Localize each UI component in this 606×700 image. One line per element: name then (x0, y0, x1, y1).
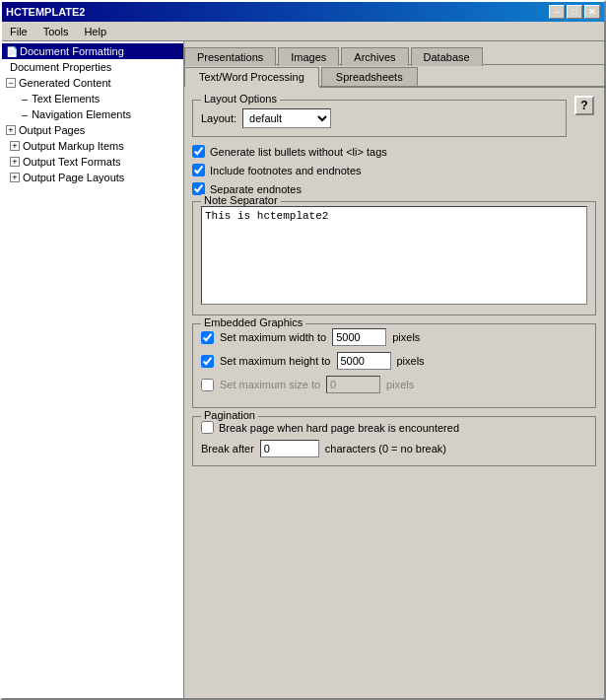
max-width-input[interactable] (332, 328, 386, 346)
max-size-input[interactable] (326, 376, 380, 393)
expand-output-text[interactable]: + (10, 157, 20, 167)
note-separator-group: Note Separator (192, 201, 596, 315)
layout-label: Layout: (201, 112, 236, 124)
main-window: HCTEMPLATE2 ─ □ ✕ File Tools Help 📄 Docu… (0, 0, 606, 700)
expand-generated-content[interactable]: − (6, 78, 16, 88)
max-height-checkbox[interactable] (201, 355, 214, 368)
menu-file[interactable]: File (2, 24, 35, 39)
expand-output-markup[interactable]: + (10, 141, 20, 151)
max-height-unit: pixels (397, 355, 425, 367)
right-panel: Presentations Images Archives Database T… (184, 41, 604, 698)
title-bar-buttons: ─ □ ✕ (549, 5, 600, 19)
help-button[interactable]: ? (574, 96, 594, 115)
max-width-label: Set maximum width to (220, 331, 326, 343)
menu-tools[interactable]: Tools (35, 24, 77, 39)
sidebar-item-generated-content[interactable]: − Generated Content (2, 75, 183, 91)
max-height-row: Set maximum height to pixels (201, 352, 587, 370)
expand-output-pages[interactable]: + (6, 125, 16, 135)
max-size-unit: pixels (386, 379, 414, 390)
tabs-row2: Text/Word Processing Spreadsheets (184, 65, 604, 88)
pagination-label: Pagination (201, 409, 258, 421)
tab-archives[interactable]: Archives (341, 47, 408, 66)
break-page-row: Break page when hard page break is encou… (201, 421, 587, 434)
note-separator-label: Note Separator (201, 194, 281, 206)
include-footnotes-row: Include footnotes and endnotes (192, 164, 596, 176)
generate-list-bullets-checkbox[interactable] (192, 145, 205, 158)
sidebar-item-output-pages[interactable]: + Output Pages (2, 122, 183, 138)
note-separator-textarea[interactable] (201, 206, 587, 305)
sidebar-item-output-markup-items[interactable]: + Output Markup Items (2, 138, 183, 154)
break-page-label: Break page when hard page break is encou… (219, 422, 459, 434)
sidebar-item-navigation-elements[interactable]: – Navigation Elements (2, 106, 183, 122)
layout-options-label: Layout Options (201, 93, 280, 105)
maximize-button[interactable]: □ (567, 5, 582, 19)
pagination-group: Pagination Break page when hard page bre… (192, 416, 596, 466)
menu-bar: File Tools Help (2, 22, 604, 41)
max-width-row: Set maximum width to pixels (201, 328, 587, 346)
sidebar-item-document-properties[interactable]: Document Properties (2, 59, 183, 75)
max-height-label: Set maximum height to (220, 355, 331, 367)
embedded-graphics-label: Embedded Graphics (201, 316, 305, 328)
break-page-checkbox[interactable] (201, 421, 214, 434)
max-size-checkbox[interactable] (201, 379, 214, 391)
max-size-row: Set maximum size to pixels (201, 376, 587, 393)
generate-list-bullets-row: Generate list bullets without <li> tags (192, 145, 596, 158)
sidebar-item-output-page-layouts[interactable]: + Output Page Layouts (2, 170, 183, 185)
layout-row: Layout: default (201, 108, 558, 128)
layout-options-group: Layout Options Layout: default (192, 100, 567, 137)
max-height-input[interactable] (337, 352, 391, 370)
break-after-label-after: characters (0 = no break) (325, 443, 446, 455)
tab-spreadsheets[interactable]: Spreadsheets (321, 67, 418, 86)
tab-database[interactable]: Database (411, 47, 483, 66)
separate-endnotes-label: Separate endnotes (210, 183, 302, 195)
tab-text-word-processing[interactable]: Text/Word Processing (184, 67, 319, 88)
generate-list-bullets-label: Generate list bullets without <li> tags (210, 146, 387, 158)
content-area: ? Layout Options Layout: default Generat… (184, 88, 604, 698)
doc-props-label: Document Properties (10, 61, 111, 73)
sidebar-item-output-text-formats[interactable]: + Output Text Formats (2, 154, 183, 170)
max-size-label: Set maximum size to (220, 379, 320, 390)
tab-images[interactable]: Images (278, 47, 339, 66)
main-content: 📄 Document Formatting Document Propertie… (2, 41, 604, 698)
break-after-input[interactable] (260, 440, 319, 457)
menu-help[interactable]: Help (76, 24, 114, 39)
layout-select[interactable]: default (242, 108, 331, 128)
max-width-unit: pixels (392, 331, 420, 343)
title-bar: HCTEMPLATE2 ─ □ ✕ (2, 2, 604, 22)
minimize-button[interactable]: ─ (549, 5, 565, 19)
include-footnotes-checkbox[interactable] (192, 164, 205, 176)
sidebar-item-text-elements[interactable]: – Text Elements (2, 91, 183, 106)
sidebar: 📄 Document Formatting Document Propertie… (2, 41, 184, 698)
include-footnotes-label: Include footnotes and endnotes (210, 165, 362, 176)
break-after-row: Break after characters (0 = no break) (201, 440, 587, 457)
max-width-checkbox[interactable] (201, 331, 214, 344)
close-button[interactable]: ✕ (584, 5, 600, 19)
tab-presentations[interactable]: Presentations (184, 47, 276, 66)
expand-output-page-layouts[interactable]: + (10, 173, 20, 182)
sidebar-item-document-formatting[interactable]: 📄 Document Formatting (2, 43, 183, 59)
dash-icon: – (22, 93, 28, 105)
break-after-label-before: Break after (201, 443, 254, 455)
tabs-row1: Presentations Images Archives Database (184, 41, 604, 65)
dash-icon2: – (22, 108, 28, 120)
folder-icon: 📄 (6, 46, 18, 57)
embedded-graphics-group: Embedded Graphics Set maximum width to p… (192, 323, 596, 408)
window-title: HCTEMPLATE2 (6, 6, 85, 18)
